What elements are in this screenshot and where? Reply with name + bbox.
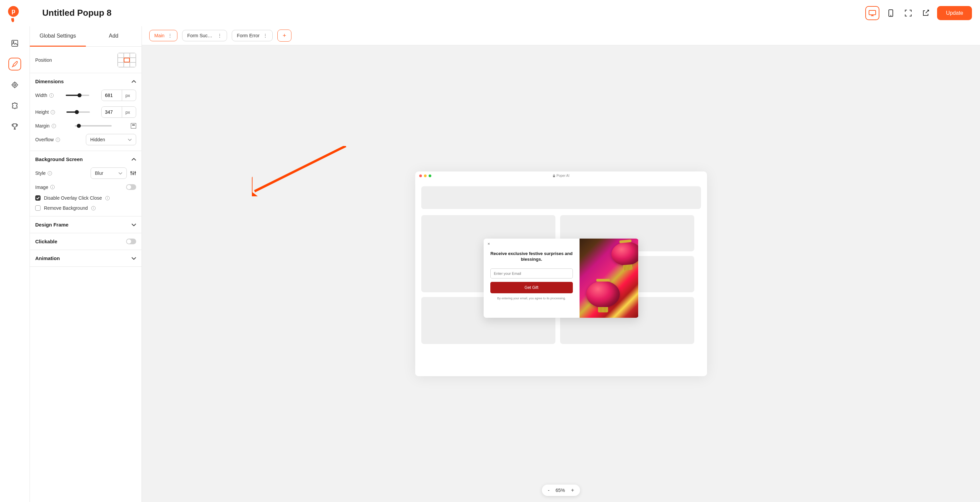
overflow-label: Overflow <box>35 137 54 142</box>
browser-title: Poper AI <box>557 174 569 177</box>
image-tool-icon[interactable] <box>8 37 21 49</box>
canvas-tab-error[interactable]: Form Error ⋮ <box>232 30 273 41</box>
tab-global-settings[interactable]: Global Settings <box>30 26 86 47</box>
puzzle-tool-icon[interactable] <box>8 99 21 112</box>
chevron-down-icon <box>118 172 123 174</box>
svg-point-2 <box>891 15 891 16</box>
chevron-down-icon <box>128 139 132 141</box>
svg-rect-3 <box>12 40 18 46</box>
popup-preview: × Receive exclusive festive surprises an… <box>484 239 639 318</box>
width-slider[interactable] <box>66 95 89 96</box>
info-icon[interactable]: i <box>50 185 55 189</box>
zoom-in-button[interactable]: + <box>571 487 574 493</box>
svg-point-9 <box>135 172 136 173</box>
update-button[interactable]: Update <box>937 6 972 20</box>
svg-rect-0 <box>869 10 876 15</box>
zoom-level: 65% <box>555 488 565 493</box>
height-label: Height <box>35 109 49 115</box>
sliders-icon[interactable] <box>130 170 136 176</box>
info-icon[interactable]: i <box>56 137 60 142</box>
margin-label: Margin <box>35 123 49 129</box>
fullscreen-button[interactable] <box>902 7 914 19</box>
style-label: Style <box>35 171 46 176</box>
remove-bg-label: Remove Background <box>44 206 88 211</box>
app-logo[interactable]: p <box>8 6 19 20</box>
tab-add[interactable]: Add <box>86 26 142 46</box>
svg-point-5 <box>13 83 17 87</box>
chevron-down-icon <box>132 223 136 226</box>
image-toggle[interactable] <box>126 184 136 190</box>
svg-point-7 <box>131 172 132 173</box>
chevron-up-icon <box>132 158 136 161</box>
height-slider[interactable] <box>67 112 90 113</box>
style-select[interactable]: Blur <box>91 167 127 179</box>
popup-close-button[interactable]: × <box>488 241 490 246</box>
design-frame-section-header[interactable]: Design Frame <box>30 217 142 233</box>
position-grid[interactable] <box>118 53 136 67</box>
svg-line-10 <box>255 146 346 191</box>
chevron-down-icon <box>132 257 136 260</box>
image-label: Image <box>35 185 48 190</box>
svg-point-8 <box>133 174 134 174</box>
animation-section-header[interactable]: Animation <box>30 250 142 266</box>
info-icon[interactable]: i <box>49 93 54 98</box>
popup-image <box>579 239 639 318</box>
trophy-tool-icon[interactable] <box>8 120 21 133</box>
kebab-icon[interactable]: ⋮ <box>263 33 268 38</box>
height-input[interactable] <box>102 107 122 118</box>
width-unit[interactable]: px <box>122 90 134 101</box>
info-icon[interactable]: i <box>105 196 110 200</box>
info-icon[interactable]: i <box>51 110 55 115</box>
kebab-icon[interactable]: ⋮ <box>168 33 172 38</box>
info-icon[interactable]: i <box>48 171 52 175</box>
info-icon[interactable]: i <box>91 206 95 210</box>
lock-icon <box>552 174 555 177</box>
height-unit[interactable]: px <box>122 107 134 118</box>
background-section-header[interactable]: Background Screen <box>30 151 142 167</box>
overflow-select[interactable]: Hidden <box>86 134 136 145</box>
info-icon[interactable]: i <box>52 124 56 128</box>
disable-overlay-label: Disable Overlay Click Close <box>44 195 102 201</box>
clickable-section-header[interactable]: Clickable <box>30 233 142 250</box>
clickable-toggle[interactable] <box>126 239 136 244</box>
width-input[interactable] <box>102 90 122 101</box>
remove-bg-checkbox[interactable] <box>35 206 41 211</box>
chevron-up-icon <box>132 80 136 83</box>
external-link-button[interactable] <box>920 7 932 19</box>
width-label: Width <box>35 92 47 98</box>
margin-icon[interactable] <box>131 123 136 129</box>
margin-slider[interactable] <box>75 125 112 126</box>
target-tool-icon[interactable] <box>8 78 21 91</box>
popup-submit-button[interactable]: Get Gift <box>490 282 573 293</box>
position-label: Position <box>35 57 52 63</box>
brush-tool-icon[interactable] <box>8 58 21 70</box>
canvas-tab-main[interactable]: Main ⋮ <box>149 30 177 41</box>
annotation-arrow <box>252 146 353 196</box>
disable-overlay-checkbox[interactable] <box>35 195 41 201</box>
svg-point-4 <box>13 41 14 43</box>
page-title: Untitled Popup 8 <box>42 8 112 18</box>
preview-browser: Poper AI × Receive exclusive festive sur… <box>415 172 707 376</box>
svg-rect-11 <box>553 175 555 177</box>
popup-heading: Receive exclusive festive surprises and … <box>490 251 573 262</box>
popup-email-input[interactable] <box>490 268 573 279</box>
canvas-tab-success[interactable]: Form Succe… ⋮ <box>182 30 227 41</box>
mobile-view-button[interactable] <box>885 7 897 19</box>
zoom-out-button[interactable]: - <box>548 487 549 493</box>
dimensions-section-header[interactable]: Dimensions <box>30 73 142 89</box>
desktop-view-button[interactable] <box>865 6 880 20</box>
kebab-icon[interactable]: ⋮ <box>217 33 222 38</box>
popup-disclaimer: By entering your email, you agree to its… <box>497 296 566 301</box>
svg-point-6 <box>14 84 16 86</box>
add-tab-button[interactable]: + <box>277 30 291 41</box>
